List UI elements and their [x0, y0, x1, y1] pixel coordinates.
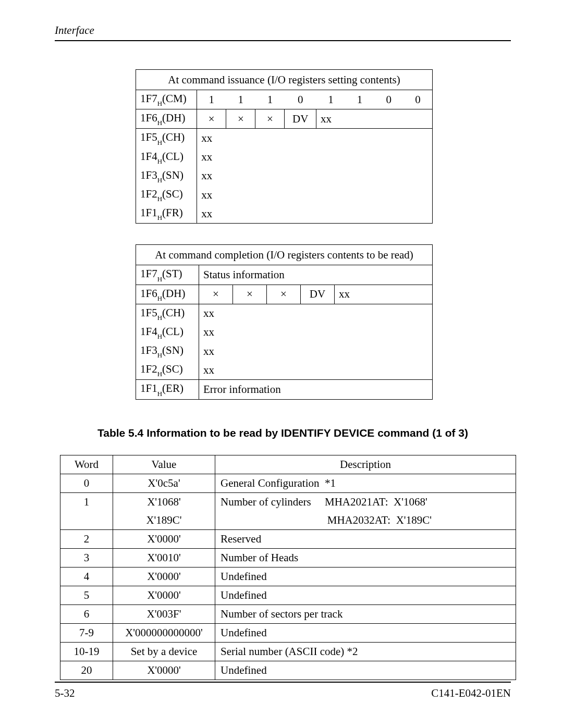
row-cl: 1F4H(CL) xx — [136, 148, 433, 167]
completion-table-wrap: At command completion (I/O registers con… — [136, 244, 433, 399]
table-row: 1X'1068'Number of cylinders MHA2021AT: X… — [60, 492, 516, 511]
footer: 5-32 C141-E042-01EN — [55, 682, 511, 700]
table-row: 7-9X'000000000000'Undefined — [60, 623, 516, 642]
table-row: 6X'003F'Number of sectors per track — [60, 604, 516, 623]
row-ch2: 1F5H(CH) xx — [136, 304, 433, 323]
table-row: 4X'0000'Undefined — [60, 567, 516, 586]
row-sc2: 1F2H(SC) xx — [136, 361, 433, 380]
table-row: 3X'0010'Number of Heads — [60, 548, 516, 567]
label-cm: 1F7H(CM) — [136, 90, 197, 109]
label-dh: 1F6H(DH) — [136, 109, 197, 129]
row-dh2: 1F6H(DH) × × × DV xx — [136, 285, 433, 304]
table-row: 5X'0000'Undefined — [60, 586, 516, 604]
page: Interface At command issuance (I/O regis… — [0, 0, 563, 680]
row-er: 1F1H(ER) Error information — [136, 380, 433, 399]
row-sc: 1F2H(SC) xx — [136, 186, 433, 204]
table-row: 10-19Set by a deviceSerial number (ASCII… — [60, 642, 516, 661]
issuance-title: At command issuance (I/O registers setti… — [136, 70, 433, 90]
id-header-row: Word Value Description — [60, 455, 516, 474]
row-cm: 1F7H(CM) 1 1 1 0 1 1 0 0 — [136, 90, 433, 109]
doc-number: C141-E042-01EN — [431, 687, 511, 700]
issuance-table: At command issuance (I/O registers setti… — [136, 69, 433, 224]
row-dh: 1F6H(DH) × × × DV xx — [136, 109, 433, 129]
completion-title: At command completion (I/O registers con… — [136, 245, 433, 265]
identify-table-wrap: Word Value Description 0X'0c5a'General C… — [60, 455, 511, 680]
row-fr: 1F1H(FR) xx — [136, 204, 433, 224]
row-sn: 1F3H(SN) xx — [136, 167, 433, 186]
table-row: X'189C' MHA2032AT: X'189C' — [60, 511, 516, 530]
page-header: Interface — [55, 24, 511, 41]
label-st: 1F7H(ST) — [136, 265, 199, 285]
page-number: 5-32 — [55, 687, 75, 700]
row-sn2: 1F3H(SN) xx — [136, 342, 433, 361]
issuance-table-wrap: At command issuance (I/O registers setti… — [136, 69, 433, 224]
row-st: 1F7H(ST) Status information — [136, 265, 433, 285]
table-row: 0X'0c5a'General Configuration *1 — [60, 474, 516, 492]
completion-table: At command completion (I/O registers con… — [136, 244, 433, 399]
row-cl2: 1F4H(CL) xx — [136, 323, 433, 342]
identify-table: Word Value Description 0X'0c5a'General C… — [60, 455, 516, 680]
table-row: 20X'0000'Undefined — [60, 661, 516, 680]
row-ch: 1F5H(CH) xx — [136, 129, 433, 148]
table-caption: Table 5.4 Information to be read by IDEN… — [55, 427, 511, 439]
table-row: 2X'0000'Reserved — [60, 529, 516, 548]
